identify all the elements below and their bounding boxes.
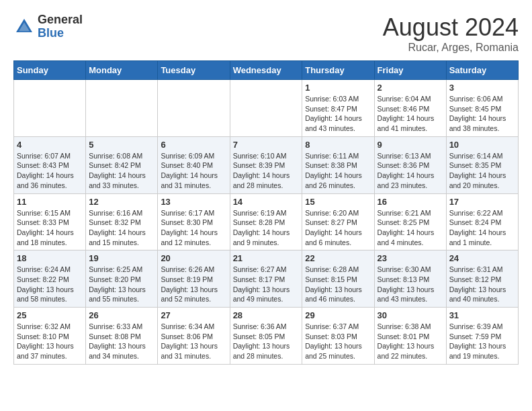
day-info: Sunrise: 6:10 AM Sunset: 8:39 PM Dayligh… — [233, 151, 300, 191]
weekday-header-thursday: Thursday — [302, 61, 374, 80]
day-number: 5 — [89, 140, 154, 150]
day-info: Sunrise: 6:07 AM Sunset: 8:43 PM Dayligh… — [17, 151, 83, 191]
calendar-table: SundayMondayTuesdayWednesdayThursdayFrid… — [13, 60, 519, 365]
calendar-cell — [86, 80, 158, 137]
calendar-cell: 27Sunrise: 6:34 AM Sunset: 8:06 PM Dayli… — [158, 308, 230, 365]
calendar-cell: 14Sunrise: 6:19 AM Sunset: 8:28 PM Dayli… — [230, 193, 302, 250]
day-number: 9 — [378, 140, 443, 150]
day-info: Sunrise: 6:36 AM Sunset: 8:05 PM Dayligh… — [233, 322, 300, 361]
day-number: 15 — [305, 197, 371, 207]
day-info: Sunrise: 6:20 AM Sunset: 8:27 PM Dayligh… — [305, 208, 371, 248]
calendar-subtitle: Rucar, Arges, Romania — [383, 42, 519, 54]
calendar-cell — [14, 80, 86, 137]
weekday-header-wednesday: Wednesday — [230, 61, 302, 80]
calendar-week-5: 25Sunrise: 6:32 AM Sunset: 8:10 PM Dayli… — [14, 308, 519, 365]
calendar-cell: 5Sunrise: 6:08 AM Sunset: 8:42 PM Daylig… — [86, 136, 158, 193]
day-number: 13 — [161, 197, 226, 207]
day-info: Sunrise: 6:37 AM Sunset: 8:03 PM Dayligh… — [305, 322, 371, 361]
day-number: 11 — [17, 197, 83, 207]
calendar-cell: 6Sunrise: 6:09 AM Sunset: 8:40 PM Daylig… — [158, 136, 230, 193]
calendar-cell: 22Sunrise: 6:28 AM Sunset: 8:15 PM Dayli… — [302, 250, 374, 308]
day-info: Sunrise: 6:39 AM Sunset: 7:59 PM Dayligh… — [449, 322, 515, 361]
day-number: 2 — [378, 83, 443, 93]
day-number: 23 — [378, 253, 443, 263]
calendar-cell: 10Sunrise: 6:14 AM Sunset: 8:35 PM Dayli… — [446, 136, 518, 193]
calendar-cell: 16Sunrise: 6:21 AM Sunset: 8:25 PM Dayli… — [374, 193, 446, 250]
day-info: Sunrise: 6:17 AM Sunset: 8:30 PM Dayligh… — [161, 208, 226, 248]
weekday-header-tuesday: Tuesday — [158, 61, 230, 80]
calendar-cell: 9Sunrise: 6:13 AM Sunset: 8:36 PM Daylig… — [374, 136, 446, 193]
day-info: Sunrise: 6:30 AM Sunset: 8:13 PM Dayligh… — [378, 265, 443, 304]
day-number: 24 — [449, 253, 515, 263]
weekday-header-friday: Friday — [374, 61, 446, 80]
calendar-cell: 23Sunrise: 6:30 AM Sunset: 8:13 PM Dayli… — [374, 250, 446, 308]
day-number: 14 — [233, 197, 300, 207]
day-number: 25 — [17, 310, 83, 320]
calendar-cell: 13Sunrise: 6:17 AM Sunset: 8:30 PM Dayli… — [158, 193, 230, 250]
calendar-cell: 25Sunrise: 6:32 AM Sunset: 8:10 PM Dayli… — [14, 308, 86, 365]
day-number: 12 — [89, 197, 154, 207]
calendar-cell — [230, 80, 302, 137]
day-info: Sunrise: 6:33 AM Sunset: 8:08 PM Dayligh… — [89, 322, 154, 361]
logo-text: General Blue — [38, 13, 83, 40]
calendar-cell: 31Sunrise: 6:39 AM Sunset: 7:59 PM Dayli… — [446, 308, 518, 365]
day-number: 17 — [449, 197, 515, 207]
day-info: Sunrise: 6:15 AM Sunset: 8:33 PM Dayligh… — [17, 208, 83, 248]
day-number: 10 — [449, 140, 515, 150]
day-info: Sunrise: 6:13 AM Sunset: 8:36 PM Dayligh… — [378, 151, 443, 191]
day-info: Sunrise: 6:06 AM Sunset: 8:45 PM Dayligh… — [449, 94, 515, 134]
calendar-cell: 17Sunrise: 6:22 AM Sunset: 8:24 PM Dayli… — [446, 193, 518, 250]
day-number: 7 — [233, 140, 300, 150]
day-number: 31 — [449, 310, 515, 320]
day-info: Sunrise: 6:34 AM Sunset: 8:06 PM Dayligh… — [161, 322, 226, 361]
calendar-cell: 15Sunrise: 6:20 AM Sunset: 8:27 PM Dayli… — [302, 193, 374, 250]
day-info: Sunrise: 6:14 AM Sunset: 8:35 PM Dayligh… — [449, 151, 515, 191]
calendar-cell: 28Sunrise: 6:36 AM Sunset: 8:05 PM Dayli… — [230, 308, 302, 365]
day-number: 26 — [89, 310, 154, 320]
day-info: Sunrise: 6:09 AM Sunset: 8:40 PM Dayligh… — [161, 151, 226, 191]
calendar-cell: 20Sunrise: 6:26 AM Sunset: 8:19 PM Dayli… — [158, 250, 230, 308]
day-info: Sunrise: 6:31 AM Sunset: 8:12 PM Dayligh… — [449, 265, 515, 304]
day-info: Sunrise: 6:22 AM Sunset: 8:24 PM Dayligh… — [449, 208, 515, 248]
calendar-cell: 2Sunrise: 6:04 AM Sunset: 8:46 PM Daylig… — [374, 80, 446, 137]
day-number: 8 — [305, 140, 371, 150]
day-info: Sunrise: 6:08 AM Sunset: 8:42 PM Dayligh… — [89, 151, 154, 191]
logo: General Blue — [13, 13, 83, 40]
day-info: Sunrise: 6:21 AM Sunset: 8:25 PM Dayligh… — [378, 208, 443, 248]
day-info: Sunrise: 6:03 AM Sunset: 8:47 PM Dayligh… — [305, 94, 371, 134]
day-number: 21 — [233, 253, 300, 263]
day-number: 4 — [17, 140, 83, 150]
day-info: Sunrise: 6:04 AM Sunset: 8:46 PM Dayligh… — [378, 94, 443, 134]
day-number: 28 — [233, 310, 300, 320]
day-info: Sunrise: 6:11 AM Sunset: 8:38 PM Dayligh… — [305, 151, 371, 191]
calendar-cell: 12Sunrise: 6:16 AM Sunset: 8:32 PM Dayli… — [86, 193, 158, 250]
calendar-title: August 2024 — [383, 13, 519, 42]
page-header: General Blue August 2024 Rucar, Arges, R… — [13, 13, 519, 54]
day-info: Sunrise: 6:27 AM Sunset: 8:17 PM Dayligh… — [233, 265, 300, 304]
day-number: 22 — [305, 253, 371, 263]
calendar-cell — [158, 80, 230, 137]
day-number: 30 — [378, 310, 443, 320]
calendar-cell: 21Sunrise: 6:27 AM Sunset: 8:17 PM Dayli… — [230, 250, 302, 308]
logo-blue: Blue — [38, 26, 64, 40]
calendar-cell: 29Sunrise: 6:37 AM Sunset: 8:03 PM Dayli… — [302, 308, 374, 365]
day-info: Sunrise: 6:38 AM Sunset: 8:01 PM Dayligh… — [378, 322, 443, 361]
calendar-cell: 7Sunrise: 6:10 AM Sunset: 8:39 PM Daylig… — [230, 136, 302, 193]
day-number: 1 — [305, 83, 371, 93]
day-info: Sunrise: 6:32 AM Sunset: 8:10 PM Dayligh… — [17, 322, 83, 361]
logo-general: General — [38, 13, 83, 26]
weekday-header-saturday: Saturday — [446, 61, 518, 80]
title-section: August 2024 Rucar, Arges, Romania — [383, 13, 519, 54]
day-info: Sunrise: 6:19 AM Sunset: 8:28 PM Dayligh… — [233, 208, 300, 248]
day-info: Sunrise: 6:25 AM Sunset: 8:20 PM Dayligh… — [89, 265, 154, 304]
weekday-header-monday: Monday — [86, 61, 158, 80]
calendar-cell: 18Sunrise: 6:24 AM Sunset: 8:22 PM Dayli… — [14, 250, 86, 308]
day-number: 29 — [305, 310, 371, 320]
calendar-cell: 11Sunrise: 6:15 AM Sunset: 8:33 PM Dayli… — [14, 193, 86, 250]
logo-icon — [13, 16, 35, 38]
day-number: 20 — [161, 253, 226, 263]
calendar-cell: 3Sunrise: 6:06 AM Sunset: 8:45 PM Daylig… — [446, 80, 518, 137]
calendar-cell: 30Sunrise: 6:38 AM Sunset: 8:01 PM Dayli… — [374, 308, 446, 365]
day-info: Sunrise: 6:24 AM Sunset: 8:22 PM Dayligh… — [17, 265, 83, 304]
day-number: 18 — [17, 253, 83, 263]
